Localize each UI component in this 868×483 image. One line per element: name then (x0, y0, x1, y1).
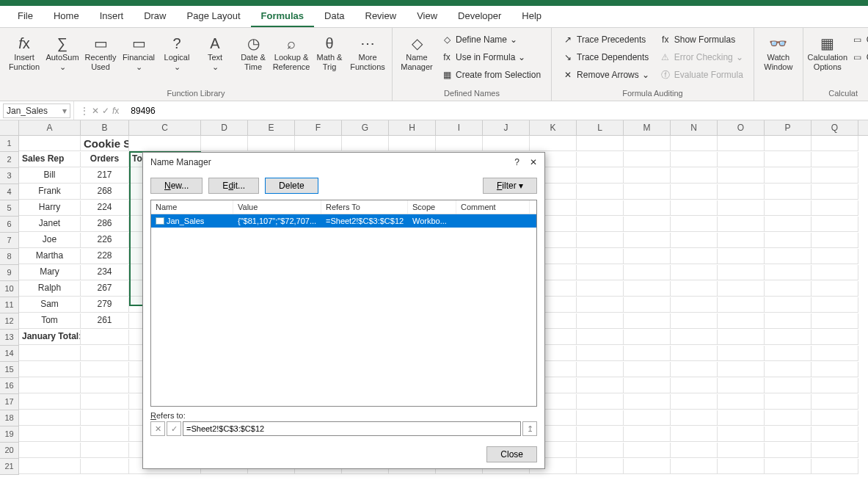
cell[interactable] (718, 394, 765, 410)
row-header[interactable]: 4 (0, 184, 19, 200)
cell[interactable] (577, 136, 624, 151)
cell[interactable] (248, 136, 295, 151)
cell[interactable] (577, 362, 624, 377)
cell[interactable] (19, 394, 81, 410)
text-button[interactable]: AText⌄ (197, 31, 233, 75)
col-value[interactable]: Value (233, 200, 321, 214)
cell[interactable] (671, 297, 718, 313)
cell[interactable] (624, 184, 671, 200)
cell[interactable] (812, 217, 858, 232)
cell[interactable] (718, 297, 765, 313)
cell[interactable] (577, 184, 624, 200)
col-header[interactable]: O (718, 120, 765, 135)
cell[interactable] (671, 168, 718, 184)
tab-draw[interactable]: Draw (134, 6, 176, 27)
cell[interactable] (812, 443, 858, 458)
cell[interactable] (812, 297, 858, 313)
cell[interactable]: Orders (81, 152, 129, 167)
cell[interactable]: Janet (19, 217, 81, 232)
cell[interactable]: 226 (81, 233, 129, 248)
cell[interactable] (812, 410, 858, 426)
row-header[interactable]: 6 (0, 217, 19, 233)
cell[interactable] (812, 394, 858, 410)
trace-dependents-button[interactable]: ↘Trace Dependents (558, 48, 654, 66)
cell[interactable] (624, 346, 671, 361)
cell[interactable] (624, 313, 671, 329)
cell[interactable] (671, 443, 718, 458)
cell[interactable] (671, 152, 718, 167)
cell[interactable] (718, 200, 765, 216)
row-header[interactable]: 11 (0, 297, 19, 313)
cell[interactable] (812, 426, 858, 442)
cell[interactable] (812, 184, 858, 200)
cell[interactable]: 261 (81, 313, 129, 329)
cell[interactable] (718, 168, 765, 184)
tab-file[interactable]: File (7, 6, 43, 27)
cell[interactable]: 234 (81, 265, 129, 280)
cell[interactable] (19, 378, 81, 393)
cell[interactable]: January Total: (19, 330, 81, 345)
cell[interactable] (765, 378, 812, 393)
watch-window-button[interactable]: 👓Watch Window (760, 31, 797, 75)
cell[interactable] (671, 217, 718, 232)
help-icon[interactable]: ? (514, 157, 519, 167)
cell[interactable] (389, 136, 436, 151)
cell[interactable] (577, 410, 624, 426)
cell[interactable] (624, 152, 671, 167)
cell[interactable] (718, 459, 765, 474)
cell[interactable] (19, 136, 81, 151)
col-header[interactable]: A (19, 120, 81, 135)
cell[interactable] (718, 426, 765, 442)
cell[interactable] (342, 136, 389, 151)
cell[interactable]: Joe (19, 233, 81, 248)
collapse-dialog-button[interactable]: ↥ (522, 421, 537, 436)
show-formulas-button[interactable]: fxShow Formulas (655, 31, 748, 48)
cell[interactable] (812, 330, 858, 345)
delete-button[interactable]: Delete (265, 178, 318, 194)
cell[interactable] (624, 217, 671, 232)
cell[interactable] (765, 410, 812, 426)
cell[interactable] (81, 394, 129, 410)
cell[interactable] (765, 265, 812, 280)
row-header[interactable]: 17 (0, 394, 19, 410)
date-time-button[interactable]: ◷Date & Time (235, 31, 271, 75)
cell[interactable] (671, 313, 718, 329)
cell[interactable] (577, 459, 624, 474)
col-name[interactable]: Name (151, 200, 233, 214)
cell[interactable] (812, 152, 858, 167)
cell[interactable] (718, 233, 765, 248)
cell[interactable] (718, 410, 765, 426)
cell[interactable] (812, 281, 858, 297)
col-header[interactable]: I (436, 120, 483, 135)
row-header[interactable]: 18 (0, 410, 19, 426)
confirm-icon[interactable]: ✓ (102, 106, 109, 116)
cell[interactable] (765, 233, 812, 248)
cell[interactable] (671, 200, 718, 216)
cell[interactable] (765, 217, 812, 232)
cell[interactable] (577, 265, 624, 280)
cell[interactable] (718, 249, 765, 264)
col-header[interactable]: M (624, 120, 671, 135)
tab-data[interactable]: Data (314, 6, 354, 27)
cell[interactable] (671, 249, 718, 264)
cancel-refers-button[interactable]: ✕ (150, 421, 165, 436)
cell[interactable] (577, 200, 624, 216)
cell[interactable] (671, 330, 718, 345)
cell[interactable] (718, 152, 765, 167)
lookup-reference-button[interactable]: ⌕Lookup & Reference (273, 31, 310, 75)
cell[interactable] (624, 459, 671, 474)
cell[interactable] (765, 330, 812, 345)
cell[interactable] (765, 168, 812, 184)
close-button[interactable]: Close (486, 446, 537, 462)
col-comment[interactable]: Comment (456, 200, 530, 214)
row-header[interactable]: 3 (0, 168, 19, 184)
col-header[interactable]: C (129, 120, 201, 135)
tab-insert[interactable]: Insert (90, 6, 134, 27)
cell[interactable] (812, 313, 858, 329)
cell[interactable] (765, 362, 812, 377)
trace-precedents-button[interactable]: ↗Trace Precedents (558, 31, 654, 48)
cell[interactable]: Harry (19, 200, 81, 216)
cell[interactable] (812, 136, 858, 151)
cell[interactable] (718, 378, 765, 393)
cell[interactable] (577, 249, 624, 264)
